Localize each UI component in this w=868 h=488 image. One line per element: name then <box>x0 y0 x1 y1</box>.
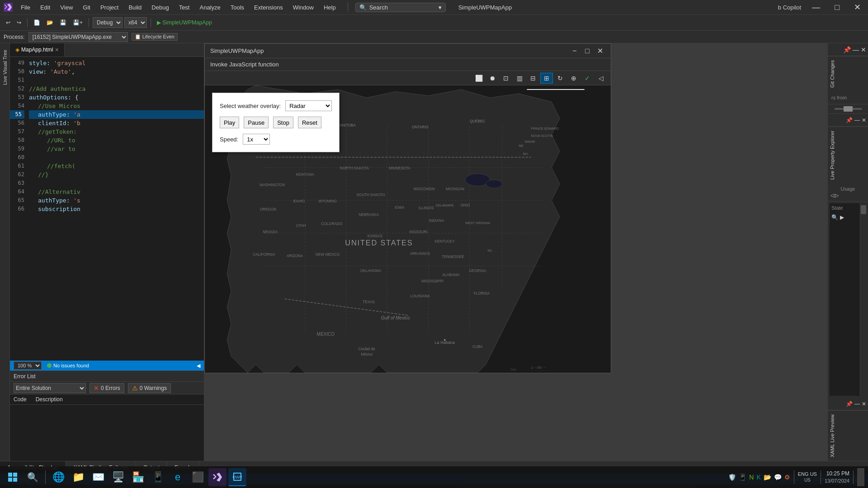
debug-margin-btn[interactable]: ⊟ <box>527 73 539 84</box>
xaml-live-hide[interactable]: — <box>854 401 860 407</box>
debug-mode-dropdown[interactable]: Debug <box>93 17 123 28</box>
tray-nvidia[interactable]: N <box>749 474 754 481</box>
auto-hide-icon[interactable]: — <box>853 46 859 53</box>
save-button[interactable]: 💾 <box>57 18 69 27</box>
debug-adorner-btn[interactable]: ⊞ <box>540 73 553 84</box>
maximize-button[interactable]: □ <box>831 2 843 12</box>
menu-project[interactable]: Project <box>96 2 123 13</box>
menu-tools[interactable]: Tools <box>226 2 249 13</box>
taskbar-edge[interactable]: 🌐 <box>49 468 67 486</box>
menu-build[interactable]: Build <box>124 2 146 13</box>
copilot-icon[interactable]: b Copilot <box>778 4 801 11</box>
tray-shield[interactable]: 🛡️ <box>728 474 736 481</box>
xaml-live-close[interactable]: ✕ <box>862 401 866 407</box>
mapapp-tab[interactable]: ◈ MapApp.html × <box>10 43 65 56</box>
app-minimize-button[interactable]: − <box>569 46 580 56</box>
git-changes-tab[interactable]: Git Changes <box>828 56 868 91</box>
tray-kaspersky[interactable]: K <box>756 474 760 481</box>
svg-text:Ciudad de: Ciudad de <box>359 347 376 351</box>
tray-phone[interactable]: 📱 <box>739 474 746 481</box>
debug-record-btn[interactable]: ⏺ <box>486 73 499 84</box>
open-button[interactable]: 📂 <box>44 18 56 27</box>
zoom-selector[interactable]: 100 % <box>14 361 42 370</box>
menu-extensions[interactable]: Extensions <box>250 2 288 13</box>
mapapp-tab-label: MapApp.html <box>21 47 53 53</box>
menu-analyze[interactable]: Analyze <box>195 2 225 13</box>
redo-button[interactable]: ↪ <box>14 18 24 27</box>
play-button[interactable]: ▶ SimpleUWPMapApp <box>155 18 214 27</box>
debug-layout-btn[interactable]: ▥ <box>513 73 526 84</box>
scroll-left-icon[interactable]: ◀ <box>197 363 200 369</box>
taskbar-store[interactable]: 🏪 <box>129 468 147 486</box>
debug-check-btn[interactable]: ✓ <box>581 73 594 84</box>
taskbar-uwp[interactable]: UWP <box>228 468 246 486</box>
error-filter-dropdown[interactable]: Entire Solution <box>14 383 86 393</box>
svg-marker-0 <box>5 5 7 9</box>
menu-help[interactable]: Help <box>319 2 340 13</box>
start-button[interactable] <box>4 468 22 486</box>
errors-badge[interactable]: ✕ 0 Errors <box>90 383 124 393</box>
debug-plus-btn[interactable]: ⊕ <box>567 73 580 84</box>
svg-text:CUBA: CUBA <box>472 345 483 349</box>
close-tab-button[interactable]: × <box>55 46 59 53</box>
right-arrow-icon[interactable]: ▶ <box>840 214 844 221</box>
code-editor[interactable]: 4950515253 5455565758 5960616263 646566 … <box>10 57 204 361</box>
taskbar-app2[interactable]: 📱 <box>149 468 167 486</box>
show-desktop-button[interactable] <box>857 468 864 486</box>
save-all-button[interactable]: 💾+ <box>71 18 85 27</box>
menu-test[interactable]: Test <box>175 2 194 13</box>
reset-weather-button[interactable]: Reset <box>298 117 321 128</box>
minimize-button[interactable]: — <box>808 2 824 12</box>
nav-left-icon[interactable]: ◁ <box>830 192 834 198</box>
app-close-button[interactable]: ✕ <box>594 46 605 56</box>
debug-toggle-btn[interactable]: ⊡ <box>500 73 512 84</box>
tray-discord[interactable]: 💬 <box>774 474 782 481</box>
svg-text:PRINCE EDWARD: PRINCE EDWARD <box>531 127 559 131</box>
xaml-live-preview-tab[interactable]: XAML Live Preview <box>828 410 868 461</box>
visual-tree-tab[interactable]: Live Visual Tree <box>1 47 9 88</box>
overlay-dropdown[interactable]: Radar Temperature Pressure <box>285 100 332 111</box>
menu-window[interactable]: Window <box>288 2 318 13</box>
taskbar-app1[interactable]: 🖥️ <box>109 468 127 486</box>
live-property-tab[interactable]: Live Property Explorer <box>828 127 868 183</box>
language-indicator[interactable]: ENG US US <box>798 471 817 483</box>
menu-view[interactable]: View <box>56 2 77 13</box>
live-property-hide[interactable]: — <box>854 117 860 123</box>
taskbar-mail[interactable]: ✉️ <box>89 468 107 486</box>
pin-icon[interactable]: 📌 <box>843 46 851 53</box>
clock[interactable]: 10:25 PM 13/07/2024 <box>825 470 849 484</box>
right-search-icon[interactable]: 🔍 <box>831 214 838 221</box>
menu-debug[interactable]: Debug <box>147 2 173 13</box>
taskbar-terminal[interactable]: ⬛ <box>189 468 207 486</box>
taskbar-search[interactable]: 🔍 <box>24 468 42 486</box>
close-right-panel[interactable]: ✕ <box>861 46 866 53</box>
debug-refresh-btn[interactable]: ↻ <box>554 73 566 84</box>
taskbar-edge2[interactable]: e <box>169 468 187 486</box>
taskbar-files[interactable]: 📁 <box>69 468 87 486</box>
new-file-button[interactable]: 📄 <box>31 18 42 27</box>
menu-file[interactable]: File <box>16 2 35 13</box>
taskbar-vs[interactable] <box>208 468 226 486</box>
live-property-pin[interactable]: 📌 <box>846 117 853 123</box>
undo-button[interactable]: ↩ <box>4 18 13 27</box>
menu-edit[interactable]: Edit <box>36 2 55 13</box>
live-property-close[interactable]: ✕ <box>862 117 866 123</box>
warnings-badge[interactable]: ⚠ 0 Warnings <box>128 383 171 393</box>
process-selector[interactable]: [16152] SimpleUWPMapApp.exe <box>28 32 128 42</box>
speed-dropdown[interactable]: 1x 2x 4x 0.5x <box>243 134 270 145</box>
debug-select-btn[interactable]: ⬜ <box>472 73 485 84</box>
debug-left-btn[interactable]: ◁ <box>594 73 607 84</box>
pause-weather-button[interactable]: Pause <box>244 117 269 128</box>
architecture-dropdown[interactable]: x64 <box>124 17 147 28</box>
menu-git[interactable]: Git <box>78 2 95 13</box>
play-weather-button[interactable]: Play <box>220 117 239 128</box>
xaml-live-pin[interactable]: 📌 <box>846 401 853 407</box>
nav-right-icon[interactable]: ▷ <box>835 192 839 198</box>
search-bar[interactable]: 🔍 Search ▾ <box>355 3 446 12</box>
tray-dev-tools[interactable]: ⚙ <box>784 474 790 481</box>
close-button[interactable]: ✕ <box>850 2 864 12</box>
stop-weather-button[interactable]: Stop <box>273 117 293 128</box>
svg-text:TENNESSEE: TENNESSEE <box>442 255 464 259</box>
tray-folder[interactable]: 📂 <box>764 474 771 481</box>
app-maximize-button[interactable]: □ <box>582 46 593 56</box>
